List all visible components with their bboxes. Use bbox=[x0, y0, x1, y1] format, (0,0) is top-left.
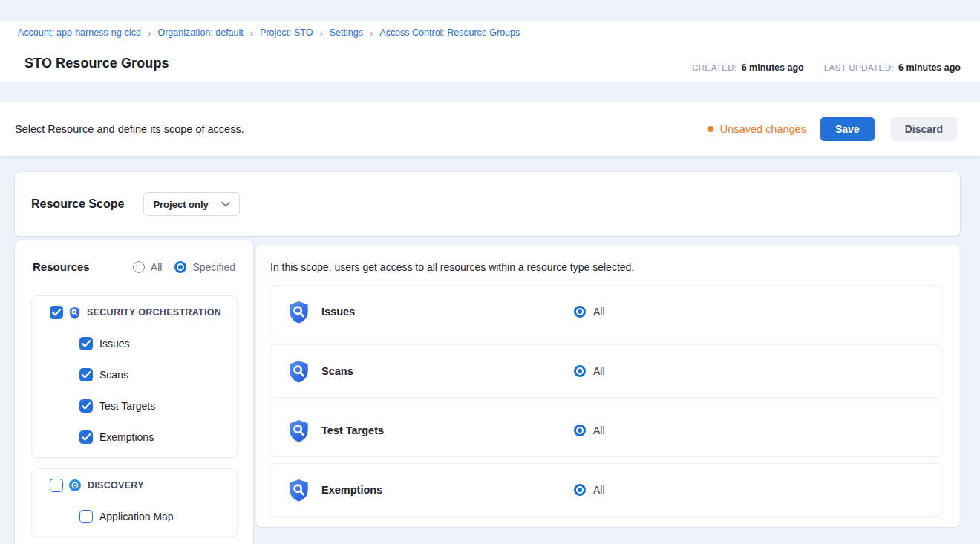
breadcrumb-access-control-link[interactable]: Access Control: Resource Groups bbox=[379, 27, 520, 38]
unsaved-changes-label: Unsaved changes bbox=[720, 123, 806, 135]
shield-search-icon bbox=[289, 479, 309, 502]
shield-search-icon bbox=[289, 360, 309, 383]
chevron-down-icon bbox=[221, 201, 230, 207]
resource-scope-label: Resource Scope bbox=[31, 197, 124, 211]
created-updated-meta: CREATED: 6 minutes ago LAST UPDATED: 6 m… bbox=[692, 62, 961, 73]
resource-child-label-scans[interactable]: Scans bbox=[99, 369, 128, 381]
checkbox-test-targets[interactable] bbox=[79, 399, 93, 413]
discard-button[interactable]: Discard bbox=[891, 117, 957, 141]
resource-row-label: Exemptions bbox=[321, 484, 382, 496]
created-label: CREATED: bbox=[692, 63, 737, 72]
resource-child-label-issues[interactable]: Issues bbox=[99, 338, 129, 350]
resource-access-panel: In this scope, users get access to all r… bbox=[256, 245, 960, 527]
breadcrumb-account-link[interactable]: Account: app-harness-ng-cicd bbox=[18, 27, 141, 38]
shield-search-icon bbox=[69, 307, 80, 319]
created-value: 6 minutes ago bbox=[742, 62, 804, 73]
radio-all-label[interactable]: All bbox=[593, 425, 605, 436]
breadcrumb-project-link[interactable]: Project: STO bbox=[260, 27, 313, 38]
radio-specified-label[interactable]: Specified bbox=[192, 261, 235, 273]
action-toolbar: Select Resource and define its scope of … bbox=[0, 102, 980, 156]
checkbox-exemptions[interactable] bbox=[79, 430, 93, 444]
resource-row-scans: Scans All bbox=[270, 344, 942, 398]
resource-row-issues: Issues All bbox=[270, 285, 942, 338]
discovery-icon bbox=[69, 479, 81, 491]
radio-all-option[interactable]: All bbox=[133, 261, 163, 273]
chevron-right-icon: › bbox=[148, 28, 151, 38]
resource-scope-select[interactable]: Project only bbox=[143, 192, 240, 216]
resources-mode-radios: All Specified bbox=[133, 261, 235, 273]
unsaved-dot-icon bbox=[708, 126, 713, 132]
access-panel-description: In this scope, users get access to all r… bbox=[270, 261, 942, 273]
last-updated-label: LAST UPDATED: bbox=[824, 63, 894, 72]
breadcrumb: Account: app-harness-ng-cicd › Organizat… bbox=[18, 27, 520, 38]
resource-group-label-security-orchestration[interactable]: SECURITY ORCHESTRATION bbox=[87, 307, 221, 318]
radio-all[interactable] bbox=[574, 425, 586, 436]
shield-search-icon bbox=[289, 301, 309, 324]
breadcrumb-organization-link[interactable]: Organization: default bbox=[157, 27, 243, 38]
radio-specified-option[interactable]: Specified bbox=[174, 261, 235, 273]
breadcrumb-settings-link[interactable]: Settings bbox=[330, 27, 363, 38]
checkbox-discovery[interactable] bbox=[50, 479, 63, 492]
checkbox-scans[interactable] bbox=[79, 368, 93, 381]
radio-all-label[interactable]: All bbox=[593, 306, 605, 318]
resource-group-card-discovery: DISCOVERY Application Map bbox=[31, 468, 238, 537]
chevron-right-icon: › bbox=[370, 28, 373, 38]
save-button[interactable]: Save bbox=[820, 117, 875, 141]
meta-divider bbox=[814, 62, 814, 73]
resource-row-label: Test Targets bbox=[321, 425, 384, 436]
resource-child-label-application-map[interactable]: Application Map bbox=[99, 511, 174, 522]
resource-group-label-discovery[interactable]: DISCOVERY bbox=[88, 480, 144, 491]
resource-scope-card: Resource Scope Project only bbox=[15, 172, 960, 236]
radio-all[interactable] bbox=[574, 484, 586, 496]
resource-row-exemptions: Exemptions All bbox=[270, 463, 942, 517]
radio-all[interactable] bbox=[574, 306, 586, 318]
chevron-right-icon: › bbox=[250, 28, 253, 38]
unsaved-changes-status: Unsaved changes bbox=[708, 123, 806, 135]
radio-all[interactable] bbox=[574, 365, 586, 377]
radio-all[interactable] bbox=[133, 261, 145, 273]
page-title: STO Resource Groups bbox=[24, 56, 169, 71]
resource-child-label-test-targets[interactable]: Test Targets bbox=[99, 400, 155, 412]
resource-group-card-security-orchestration: SECURITY ORCHESTRATION Issues Scans Test… bbox=[31, 295, 238, 458]
toolbar-description: Select Resource and define its scope of … bbox=[15, 123, 244, 135]
resources-panel: Resources All Specified SECURITY ORCHEST… bbox=[15, 240, 253, 544]
page-header: Account: app-harness-ng-cicd › Organizat… bbox=[0, 21, 980, 82]
resource-child-label-exemptions[interactable]: Exemptions bbox=[99, 431, 154, 443]
last-updated-value: 6 minutes ago bbox=[898, 62, 961, 73]
chevron-right-icon: › bbox=[319, 28, 322, 38]
resource-row-label: Scans bbox=[321, 365, 353, 377]
checkbox-application-map[interactable] bbox=[79, 510, 93, 523]
radio-all-label[interactable]: All bbox=[593, 484, 605, 496]
resource-scope-selected-value: Project only bbox=[153, 199, 208, 210]
radio-all-label[interactable]: All bbox=[593, 365, 605, 377]
resource-row-label: Issues bbox=[321, 306, 355, 318]
checkbox-security-orchestration[interactable] bbox=[50, 306, 63, 319]
radio-all-label[interactable]: All bbox=[151, 261, 163, 273]
resource-row-test-targets: Test Targets All bbox=[270, 404, 942, 457]
radio-specified[interactable] bbox=[174, 261, 186, 273]
shield-search-icon bbox=[289, 419, 309, 442]
checkbox-issues[interactable] bbox=[79, 337, 93, 350]
resources-panel-title: Resources bbox=[33, 260, 90, 273]
